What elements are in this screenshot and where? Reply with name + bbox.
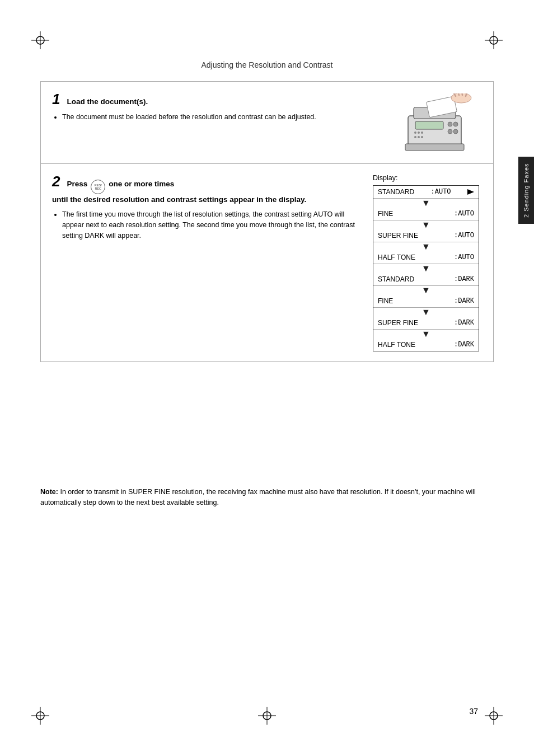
step1-title-text: Load the document(s). [67, 97, 148, 106]
reg-mark-top-left [30, 30, 50, 50]
display-row-6-text: FINE [378, 297, 393, 305]
step1-bullet-item: The document must be loaded before the r… [62, 112, 381, 123]
display-row-2-value: :AUTO [454, 210, 474, 218]
display-row-8-text: HALF TONE [378, 341, 415, 349]
svg-point-21 [448, 129, 452, 134]
display-row-6: FINE :DARK [373, 295, 479, 308]
display-row-8: HALF TONE :DARK [373, 339, 479, 351]
reg-mark-bottom-center [257, 706, 277, 726]
fax-machine-svg [394, 93, 481, 152]
side-tab-text: 2 Sending Faxes [523, 163, 530, 218]
display-row-3-value: :AUTO [454, 232, 474, 240]
display-row-5-value: :DARK [454, 275, 474, 283]
display-row-7: SUPER FINE :DARK [373, 317, 479, 330]
step1-title: 1 Load the document(s). [52, 92, 381, 106]
arrow-down-4: ▼ [373, 264, 479, 273]
arrow-down-3: ▼ [373, 242, 479, 251]
step2-bullet-item: The first time you move through the list… [62, 209, 362, 241]
arrow-down-1: ▼ [373, 199, 479, 208]
svg-rect-34 [405, 144, 464, 151]
svg-marker-35 [467, 189, 474, 195]
display-row-6-value: :DARK [454, 297, 474, 305]
fax-illustration [392, 92, 482, 153]
arrow-down-5: ▼ [373, 286, 479, 295]
step2-left: 2 Press RES/REC one or more times until … [52, 174, 362, 351]
step2-section: 2 Press RES/REC one or more times until … [41, 164, 493, 361]
display-row-3-text: SUPER FINE [378, 232, 418, 240]
svg-point-27 [418, 136, 420, 138]
side-tab: 2 Sending Faxes [518, 157, 534, 224]
step1-section: 1 Load the document(s). The document mus… [41, 82, 493, 164]
step2-press-label: Press [67, 180, 87, 188]
step2-title-line2: until the desired resolution and contras… [52, 195, 362, 204]
main-content-box: 1 Load the document(s). The document mus… [40, 81, 494, 362]
display-row-5: STANDARD :DARK [373, 273, 479, 286]
step2-bullets: The first time you move through the list… [52, 209, 362, 241]
display-row-1: STANDARD :AUTO [373, 186, 479, 199]
display-row-3: SUPER FINE :AUTO [373, 229, 479, 242]
step2-display-area: Display: STANDARD :AUTO ▼ FINE :AUTO ▼ S… [373, 174, 482, 351]
note-label: Note: [40, 488, 58, 496]
display-row-7-value: :DARK [454, 319, 474, 327]
svg-point-22 [453, 129, 458, 134]
display-row-4-text: HALF TONE [378, 253, 415, 261]
display-row-2: FINE :AUTO [373, 208, 479, 220]
page-title: Adjusting the Resolution and Contrast [0, 60, 534, 69]
resolution-button-icon[interactable]: RES/REC [91, 180, 105, 194]
reg-mark-bottom-right [484, 706, 504, 726]
step1-number: 1 [52, 92, 60, 106]
step2-one-or-more: one or more times [109, 180, 174, 188]
display-row-4-value: :AUTO [454, 253, 474, 261]
svg-line-32 [462, 93, 462, 95]
step1-content: 1 Load the document(s). The document mus… [52, 92, 381, 125]
display-row-2-text: FINE [378, 210, 393, 218]
display-label: Display: [373, 174, 482, 182]
svg-point-19 [448, 122, 452, 126]
step2-title-line1: 2 Press RES/REC one or more times [52, 174, 362, 194]
display-row-1-text: STANDARD [378, 188, 414, 196]
step1-bullets: The document must be loaded before the r… [52, 112, 381, 123]
svg-point-26 [414, 136, 416, 138]
svg-point-20 [453, 122, 458, 126]
svg-point-23 [414, 132, 416, 134]
page-number: 37 [469, 707, 478, 716]
display-row-4: HALF TONE :AUTO [373, 251, 479, 264]
display-row-5-text: STANDARD [378, 275, 414, 283]
arrow-down-7: ▼ [373, 330, 479, 339]
note-section: Note: In order to transmit in SUPER FINE… [40, 487, 494, 509]
note-text: In order to transmit in SUPER FINE resol… [40, 488, 476, 506]
display-row-7-text: SUPER FINE [378, 319, 418, 327]
arrow-down-6: ▼ [373, 308, 479, 317]
svg-point-25 [421, 132, 423, 134]
step2-number: 2 [52, 174, 60, 189]
arrow-right-indicator [467, 188, 474, 196]
arrow-down-2: ▼ [373, 220, 479, 229]
reg-mark-top-right [484, 30, 504, 50]
reg-mark-bottom-left [30, 706, 50, 726]
svg-point-28 [421, 136, 423, 138]
svg-point-24 [418, 132, 420, 134]
display-row-1-value: :AUTO [431, 188, 451, 196]
display-row-8-value: :DARK [454, 341, 474, 349]
display-box: STANDARD :AUTO ▼ FINE :AUTO ▼ SUPER FINE… [373, 185, 479, 351]
svg-rect-18 [415, 121, 443, 129]
